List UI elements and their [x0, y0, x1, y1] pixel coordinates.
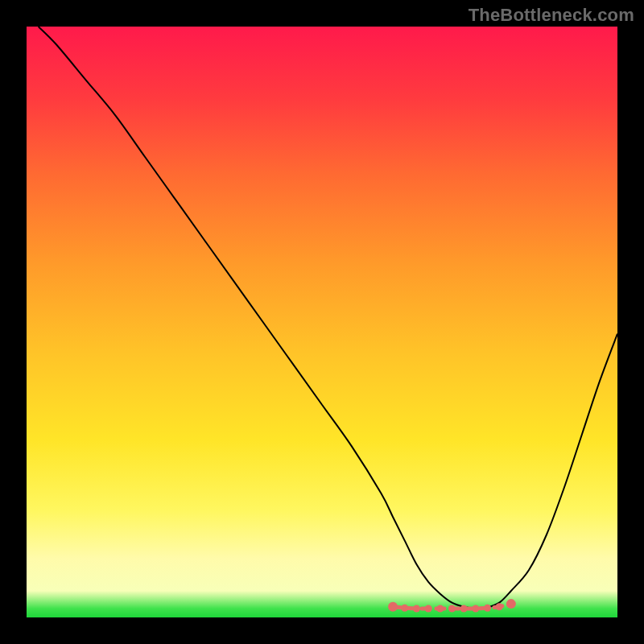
chart-frame: TheBottleneck.com: [0, 0, 644, 644]
chart-svg: [0, 0, 644, 644]
